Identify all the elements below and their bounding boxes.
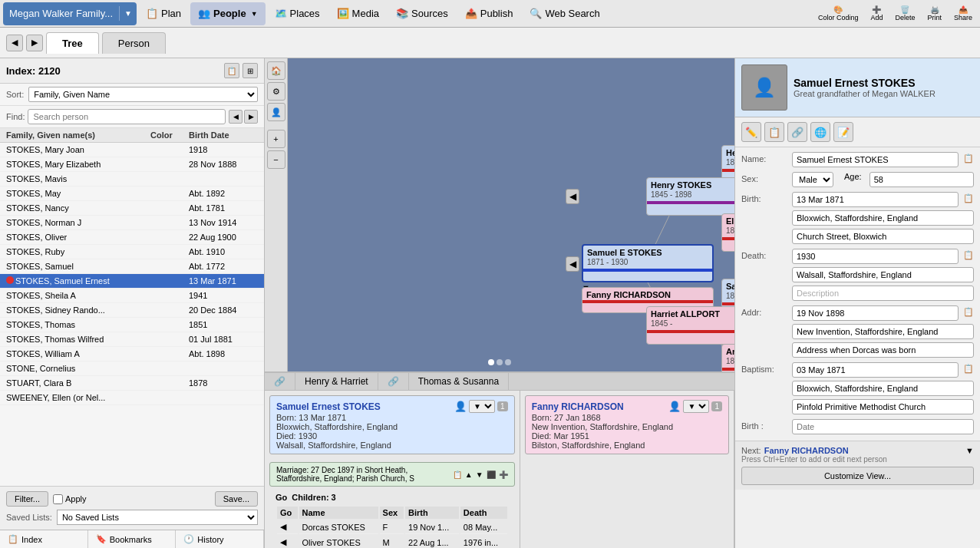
tree-node-elizabeth-ross[interactable]: Elizabeth ROSS 1816 - 1879 [721, 213, 734, 252]
customize-view-btn[interactable]: Customize View... [741, 467, 974, 485]
tree-person-btn[interactable]: 👤 [267, 103, 285, 121]
tree-settings-btn[interactable]: ⚙ [267, 82, 285, 101]
find-next-btn[interactable]: ▶ [244, 110, 258, 124]
tab-person[interactable]: Person [102, 32, 166, 54]
find-prev-btn[interactable]: ◀ [229, 110, 243, 124]
tree-node-henry-stokes[interactable]: Henry STOKES 1845 - 1898 [646, 177, 734, 216]
person-row[interactable]: SWEENEY, Ellen (or Nel... [0, 391, 264, 405]
person-row[interactable]: STONE, Cornelius [0, 361, 264, 376]
index-icon-btn2[interactable]: ⊞ [243, 63, 258, 78]
tree-arrow-samuel-left[interactable]: ◀ [566, 256, 579, 272]
tree-node-ann-fletcher[interactable]: Ann FLETCHER 1826 - 1892 [721, 344, 734, 371]
apply-checkbox[interactable] [53, 494, 63, 504]
person-row[interactable]: STOKES, Mavis [0, 172, 264, 187]
color-coding-btn[interactable]: 🎨 Color Coding [813, 4, 863, 23]
app-menu[interactable]: Megan Walker Family... ▼ [3, 2, 137, 25]
birth2-date-input[interactable] [792, 419, 974, 434]
child-row[interactable]: ◀ Oliver STOKES M 22 Aug 1... 1976 in... [277, 536, 507, 548]
nav-tab-history[interactable]: 🕐 History [176, 530, 264, 548]
nav-media[interactable]: 🖼️ Media [329, 2, 387, 25]
marriage-down-btn[interactable]: ▼ [476, 470, 483, 479]
addr-date-input[interactable] [792, 305, 959, 321]
child-go[interactable]: ◀ [277, 520, 298, 534]
death-date-input[interactable] [792, 249, 959, 264]
samuel-card-select[interactable]: ▼ [469, 400, 495, 413]
search-input[interactable] [28, 109, 226, 124]
nav-plan[interactable]: 📋 Plan [138, 2, 189, 25]
next-name[interactable]: Fanny RICHARDSON [764, 446, 849, 455]
nav-sources[interactable]: 📚 Sources [388, 2, 456, 25]
birth-copy-icon[interactable]: 📋 [963, 193, 974, 203]
forward-button[interactable]: ▶ [26, 35, 43, 51]
family-tab-icon2[interactable]: 🔗 [378, 373, 409, 390]
person-row[interactable]: STOKES, Sidney Rando...20 Dec 1884 [0, 303, 264, 318]
age-input[interactable] [869, 172, 974, 187]
addr-desc-field[interactable]: Address when Dorcas was born [792, 342, 974, 358]
people-dropdown-arrow[interactable]: ▼ [251, 10, 258, 18]
person-row[interactable]: STOKES, NancyAbt. 1781 [0, 201, 264, 216]
baptism-place-field[interactable]: Bloxwich, Staffordshire, England [792, 381, 974, 396]
marriage-note-icon[interactable]: 📋 [453, 470, 462, 479]
family-tab-henry-harriet[interactable]: Henry & Harriet [295, 373, 378, 390]
tree-home-btn[interactable]: 🏠 [267, 61, 285, 80]
person-row[interactable]: STOKES, SamuelAbt. 1772 [0, 259, 264, 274]
baptism-date-input[interactable] [792, 362, 959, 378]
filter-button[interactable]: Filter... [6, 491, 48, 507]
baptism-copy-icon[interactable]: 📋 [963, 364, 974, 374]
name-copy-icon[interactable]: 📋 [963, 154, 974, 163]
person-row[interactable]: STOKES, Samuel Ernest13 Mar 1871 [0, 274, 264, 289]
baptism-church-field[interactable]: Pinfold Primitive Methodist Church [792, 399, 974, 414]
person-row[interactable]: STOKES, Thomas Wilfred01 Jul 1881 [0, 332, 264, 347]
sex-select[interactable]: Male [792, 172, 833, 187]
person-row[interactable]: STOKES, Mary Elizabeth28 Nov 1888 [0, 157, 264, 172]
nav-tab-index[interactable]: 📋 Index [0, 530, 88, 548]
person-row[interactable]: STOKES, RubyAbt. 1910 [0, 245, 264, 259]
person-card-samuel[interactable]: Samuel Ernest STOKES 👤 ▼ 1 Born: 13 Mar … [269, 395, 515, 454]
right-copy-btn[interactable]: 📋 [764, 122, 784, 142]
right-edit-btn[interactable]: ✏️ [741, 122, 761, 142]
death-copy-icon[interactable]: 📋 [963, 250, 974, 260]
marriage-add-btn[interactable]: ➕ [499, 470, 508, 479]
person-row[interactable]: STOKES, Norman J13 Nov 1914 [0, 216, 264, 230]
tree-zoom-in-btn[interactable]: + [267, 130, 285, 148]
family-tab-icon1[interactable]: 🔗 [265, 373, 295, 390]
share-btn[interactable]: 📤 Share [949, 4, 977, 23]
name-input[interactable] [792, 152, 959, 167]
person-row[interactable]: STOKES, MayAbt. 1892 [0, 187, 264, 201]
person-row[interactable]: STOKES, Mary Joan1918 [0, 143, 264, 157]
child-go[interactable]: ◀ [277, 536, 298, 548]
nav-places[interactable]: 🗺️ Places [267, 2, 328, 25]
nav-tab-bookmarks[interactable]: 🔖 Bookmarks [88, 530, 177, 548]
birth-date-input[interactable] [792, 192, 959, 207]
death-desc-field[interactable]: Description [792, 286, 974, 301]
birth-address-field[interactable]: Church Street, Bloxwich [792, 229, 974, 244]
person-row[interactable]: STOKES, Sheila A1941 [0, 289, 264, 303]
right-web-btn[interactable]: 🌐 [810, 122, 830, 142]
fanny-card-select[interactable]: ▼ [683, 400, 709, 413]
addr-copy-icon[interactable]: 📋 [963, 307, 974, 317]
child-row[interactable]: ◀ Dorcas STOKES F 19 Nov 1... 08 May... [277, 520, 507, 534]
delete-btn[interactable]: 🗑️ Delete [890, 4, 919, 23]
addr-place-field[interactable]: New Invention, Staffordshire, England [792, 324, 974, 339]
next-expand-btn[interactable]: ▼ [965, 446, 974, 455]
fanny-card-icon[interactable]: 👤 [668, 401, 681, 412]
back-button[interactable]: ◀ [6, 35, 23, 51]
family-tab-thomas-susanna[interactable]: Thomas & Susanna [409, 373, 509, 390]
tree-node-samuel-e-stokes[interactable]: Samuel E STOKES 1871 - 1930 [582, 244, 714, 282]
marriage-up-btn[interactable]: ▲ [465, 470, 473, 479]
add-btn[interactable]: ➕ Add [866, 4, 887, 23]
save-button[interactable]: Save... [215, 491, 258, 507]
person-card-fanny[interactable]: Fanny RICHARDSON 👤 ▼ 1 Born: 27 Jan 1868 [525, 395, 729, 454]
right-note-btn[interactable]: 📝 [833, 122, 853, 142]
birth-place-field[interactable]: Bloxwich, Staffordshire, England [792, 210, 974, 226]
tree-canvas[interactable]: 🏠 ⚙ 👤 + − Jos [265, 58, 734, 371]
nav-people[interactable]: 👥 People ▼ [190, 2, 266, 25]
death-place-field[interactable]: Walsall, Staffordshire, England [792, 267, 974, 282]
app-menu-arrow[interactable]: ▼ [119, 6, 137, 21]
right-link-btn[interactable]: 🔗 [787, 122, 807, 142]
nav-web-search[interactable]: 🔍 Web Search [522, 2, 607, 25]
person-row[interactable]: STOKES, Oliver22 Aug 1900 [0, 230, 264, 245]
samuel-card-icon[interactable]: 👤 [454, 401, 467, 412]
saved-lists-select[interactable]: No Saved Lists [57, 510, 258, 525]
person-row[interactable]: STOKES, William AAbt. 1898 [0, 347, 264, 361]
